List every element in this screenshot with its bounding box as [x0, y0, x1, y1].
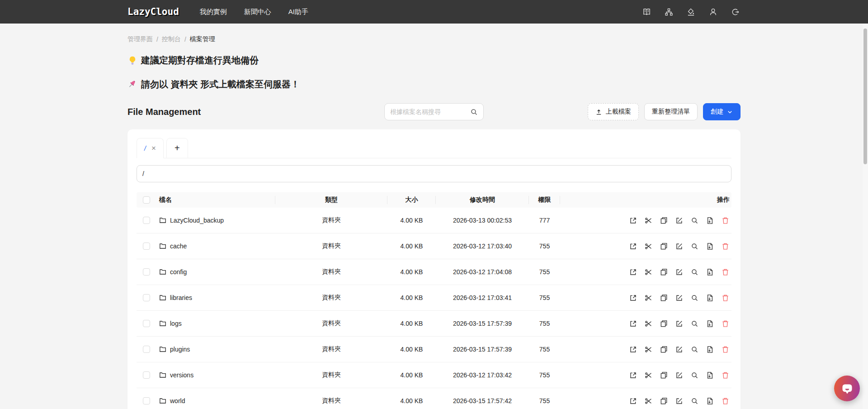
- delete-icon[interactable]: [721, 397, 730, 405]
- row-checkbox[interactable]: [143, 243, 150, 250]
- tab-add-button[interactable]: +: [166, 138, 188, 158]
- preview-icon[interactable]: [690, 319, 699, 328]
- delete-icon[interactable]: [721, 371, 730, 380]
- open-icon[interactable]: [629, 397, 637, 405]
- file-name-link[interactable]: world: [159, 397, 185, 404]
- archive-icon[interactable]: [706, 294, 714, 302]
- user-icon[interactable]: [708, 7, 718, 17]
- copy-icon[interactable]: [660, 371, 668, 380]
- delete-icon[interactable]: [721, 319, 730, 328]
- row-checkbox[interactable]: [143, 294, 150, 301]
- theme-icon[interactable]: [686, 7, 696, 17]
- breadcrumb-admin[interactable]: 管理界面: [127, 35, 153, 43]
- copy-icon[interactable]: [660, 345, 668, 354]
- preview-icon[interactable]: [690, 371, 699, 380]
- preview-icon[interactable]: [690, 216, 699, 225]
- file-name-link[interactable]: plugins: [159, 346, 190, 353]
- nav-item-ai-assistant[interactable]: AI助手: [288, 8, 308, 16]
- nav-item-instances[interactable]: 我的實例: [200, 8, 227, 16]
- preview-icon[interactable]: [690, 345, 699, 354]
- cut-icon[interactable]: [644, 268, 653, 276]
- copy-icon[interactable]: [660, 216, 668, 225]
- logo[interactable]: LazyCloud: [127, 6, 179, 17]
- preview-icon[interactable]: [690, 397, 699, 405]
- file-modified-time: 2026-03-15 17:57:39: [436, 346, 529, 353]
- table-row: config 資料夾 4.00 KB 2026-03-12 17:04:08 7…: [137, 259, 731, 285]
- edit-icon[interactable]: [675, 268, 684, 276]
- open-icon[interactable]: [629, 371, 637, 380]
- file-name-link[interactable]: versions: [159, 371, 193, 379]
- delete-icon[interactable]: [721, 345, 730, 354]
- archive-icon[interactable]: [706, 268, 714, 276]
- edit-icon[interactable]: [675, 294, 684, 302]
- breadcrumb-console[interactable]: 控制台: [162, 35, 181, 43]
- copy-icon[interactable]: [660, 294, 668, 302]
- cut-icon[interactable]: [644, 371, 653, 380]
- delete-icon[interactable]: [721, 242, 730, 251]
- edit-icon[interactable]: [675, 371, 684, 380]
- edit-icon[interactable]: [675, 242, 684, 251]
- chat-widget-button[interactable]: [834, 376, 860, 401]
- search-input[interactable]: [390, 108, 467, 115]
- logout-icon[interactable]: [730, 7, 741, 17]
- open-icon[interactable]: [629, 216, 637, 225]
- file-name-link[interactable]: libraries: [159, 294, 192, 301]
- archive-icon[interactable]: [706, 216, 714, 225]
- copy-icon[interactable]: [660, 268, 668, 276]
- preview-icon[interactable]: [690, 294, 699, 302]
- cut-icon[interactable]: [644, 294, 653, 302]
- preview-icon[interactable]: [690, 242, 699, 251]
- row-checkbox[interactable]: [143, 371, 150, 379]
- row-checkbox[interactable]: [143, 397, 150, 404]
- cut-icon[interactable]: [644, 242, 653, 251]
- open-icon[interactable]: [629, 268, 637, 276]
- open-icon[interactable]: [629, 242, 637, 251]
- row-checkbox[interactable]: [143, 217, 150, 224]
- tab-root-path[interactable]: / ×: [137, 138, 164, 158]
- select-all-checkbox[interactable]: [143, 196, 150, 204]
- row-checkbox[interactable]: [143, 268, 150, 276]
- cut-icon[interactable]: [644, 345, 653, 354]
- search-icon[interactable]: [470, 108, 478, 116]
- row-checkbox[interactable]: [143, 320, 150, 327]
- file-name-link[interactable]: cache: [159, 243, 187, 250]
- sitemap-icon[interactable]: [664, 7, 674, 17]
- edit-icon[interactable]: [675, 397, 684, 405]
- create-button[interactable]: 創建: [703, 103, 741, 120]
- edit-icon[interactable]: [675, 319, 684, 328]
- cut-icon[interactable]: [644, 216, 653, 225]
- file-size: 4.00 KB: [387, 268, 436, 276]
- archive-icon[interactable]: [706, 319, 714, 328]
- copy-icon[interactable]: [660, 397, 668, 405]
- copy-icon[interactable]: [660, 319, 668, 328]
- top-navbar: LazyCloud 我的實例 新聞中心 AI助手: [0, 0, 868, 24]
- row-checkbox[interactable]: [143, 346, 150, 353]
- nav-item-news[interactable]: 新聞中心: [244, 8, 271, 16]
- file-name-link[interactable]: config: [159, 268, 187, 276]
- open-icon[interactable]: [629, 345, 637, 354]
- archive-icon[interactable]: [706, 371, 714, 380]
- delete-icon[interactable]: [721, 294, 730, 302]
- edit-icon[interactable]: [675, 345, 684, 354]
- delete-icon[interactable]: [721, 268, 730, 276]
- refresh-list-button[interactable]: 重新整理清單: [644, 103, 698, 120]
- delete-icon[interactable]: [721, 216, 730, 225]
- file-name-link[interactable]: logs: [159, 320, 182, 327]
- copy-icon[interactable]: [660, 242, 668, 251]
- docs-icon[interactable]: [642, 7, 652, 17]
- preview-icon[interactable]: [690, 268, 699, 276]
- scrollbar-thumb[interactable]: [863, 29, 867, 164]
- edit-icon[interactable]: [675, 216, 684, 225]
- open-icon[interactable]: [629, 294, 637, 302]
- archive-icon[interactable]: [706, 397, 714, 405]
- upload-file-button[interactable]: 上載檔案: [588, 103, 639, 120]
- archive-icon[interactable]: [706, 242, 714, 251]
- file-name-link[interactable]: LazyCloud_backup: [159, 217, 224, 224]
- cut-icon[interactable]: [644, 319, 653, 328]
- archive-icon[interactable]: [706, 345, 714, 354]
- upload-file-label: 上載檔案: [606, 108, 631, 116]
- cut-icon[interactable]: [644, 397, 653, 405]
- path-input[interactable]: [137, 165, 731, 182]
- tab-close-icon[interactable]: ×: [151, 144, 156, 152]
- open-icon[interactable]: [629, 319, 637, 328]
